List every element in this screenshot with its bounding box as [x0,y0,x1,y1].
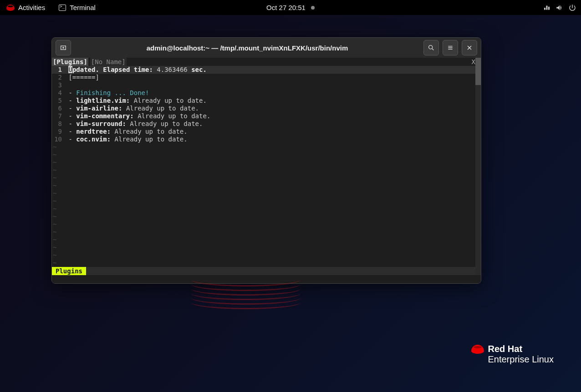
buffer-tabs: [Plugins] [No Name] X [52,58,481,66]
editor-line: 6 - vim-airline: Already up to date. [52,105,481,112]
editor-line: 4 - Finishing ... Done! [52,89,481,97]
activities-label: Activities [18,4,45,11]
volume-icon [556,4,564,12]
empty-line: ~ [52,244,481,251]
menu-button[interactable] [443,40,458,55]
editor-line: 8 - vim-surround: Already up to date. [52,120,481,128]
line-content: Updated. Elapsed time: 4.363466 sec. [65,66,207,74]
empty-line: ~ [52,259,481,267]
editor-area[interactable]: [Plugins] [No Name] X 1 Updated. Elapsed… [52,58,481,283]
line-number: 4 [52,89,65,97]
clock-label: Oct 27 20:51 [266,4,306,11]
titlebar: admin@localhost:~ — /tmp/.mount_nvimXnLF… [52,38,481,58]
line-number: 2 [52,74,65,81]
empty-line: ~ [52,221,481,228]
line-content: - vim-surround: Already up to date. [65,120,203,128]
editor-line: 2 [======] [52,74,481,81]
app-menu[interactable]: Terminal [56,2,98,13]
notification-dot-icon [311,6,315,10]
line-content [65,81,68,89]
titlebar-right [423,40,477,55]
line-number: 7 [52,112,65,120]
editor-line: 1 Updated. Elapsed time: 4.363466 sec. [52,66,481,74]
line-number: 1 [52,66,65,74]
gnome-topbar: Activities Terminal Oct 27 20:51 [0,0,581,15]
line-number: 3 [52,81,65,89]
desktop-watermark: Red Hat Enterprise Linux [471,344,554,365]
editor-line: 5 - lightline.vim: Already up to date. [52,97,481,105]
topbar-left: Activities Terminal [0,2,98,13]
line-content: - vim-airline: Already up to date. [65,105,199,112]
empty-line: ~ [52,213,481,221]
app-name: Terminal [70,4,96,11]
empty-line: ~ [52,228,481,236]
activities-button[interactable]: Activities [4,2,48,13]
new-tab-button[interactable] [56,40,71,55]
network-icon [543,4,551,12]
terminal-window: admin@localhost:~ — /tmp/.mount_nvimXnLF… [51,37,481,284]
line-content: - vim-commentary: Already up to date. [65,112,210,120]
empty-line: ~ [52,151,481,159]
svg-point-3 [429,45,433,49]
empty-line: ~ [52,166,481,174]
tab-close-x[interactable]: X [472,58,475,66]
topbar-center[interactable]: Oct 27 20:51 [266,4,315,11]
editor-body[interactable]: 1 Updated. Elapsed time: 4.363466 sec.2 … [52,66,481,267]
statusline: Plugins [52,267,481,275]
line-number: 9 [52,128,65,136]
line-content: - Finishing ... Done! [65,89,149,97]
line-number: 10 [52,136,65,143]
empty-line: ~ [52,205,481,213]
empty-line: ~ [52,190,481,197]
command-line[interactable] [52,275,481,283]
line-number: 6 [52,105,65,112]
editor-line: 3 [52,81,481,89]
tab-noname[interactable]: [No Name] [90,58,127,66]
svg-line-4 [432,49,433,50]
editor-line: 7 - vim-commentary: Already up to date. [52,112,481,120]
redhat-icon [6,5,15,11]
watermark-brand: Red Hat [488,344,522,354]
system-tray[interactable] [543,4,581,12]
editor-line: 10 - coc.nvim: Already up to date. [52,136,481,143]
empty-line: ~ [52,174,481,182]
line-content: - coc.nvim: Already up to date. [65,136,188,143]
empty-line: ~ [52,143,481,151]
empty-line: ~ [52,236,481,244]
power-icon [568,4,576,12]
empty-line: ~ [52,197,481,205]
line-number: 8 [52,120,65,128]
empty-line: ~ [52,159,481,166]
hamburger-icon [447,44,454,51]
search-button[interactable] [423,40,439,55]
tab-plugins[interactable]: [Plugins] [52,58,88,66]
scrollbar-thumb[interactable] [475,58,481,85]
line-number: 5 [52,97,65,105]
status-mode: Plugins [52,267,86,275]
line-content: - nerdtree: Already up to date. [65,128,188,136]
empty-line: ~ [52,251,481,259]
editor-line: 9 - nerdtree: Already up to date. [52,128,481,136]
terminal-icon [59,5,66,11]
empty-line: ~ [52,182,481,190]
search-icon [428,44,435,51]
new-tab-icon [60,44,67,51]
line-content: [======] [65,74,99,81]
redhat-logo-icon [471,345,484,354]
window-title: admin@localhost:~ — /tmp/.mount_nvimXnLF… [75,44,420,52]
close-button[interactable] [462,40,477,55]
close-icon [466,44,473,51]
line-content: - lightline.vim: Already up to date. [65,97,207,105]
watermark-product: Enterprise Linux [488,354,554,365]
scrollbar[interactable] [475,58,481,275]
